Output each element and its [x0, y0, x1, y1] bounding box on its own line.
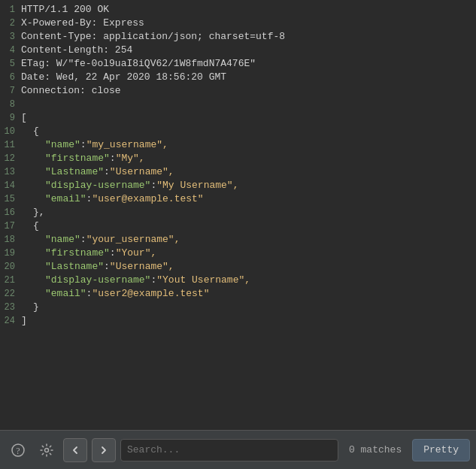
line-row: 17{: [0, 219, 476, 233]
line-number: 10: [0, 126, 21, 137]
line-number: 12: [0, 153, 21, 164]
line-number: 22: [0, 288, 21, 299]
line-number: 13: [0, 166, 21, 177]
line-content: "name":"your_username",: [21, 234, 476, 245]
line-content: HTTP/1.1 200 OK: [21, 4, 476, 15]
line-row: 18"name":"your_username",: [0, 233, 476, 247]
line-content: Connection: close: [21, 85, 476, 96]
line-number: 15: [0, 193, 21, 204]
line-content: ]: [21, 315, 476, 326]
line-content: {: [21, 126, 476, 137]
line-number: 11: [0, 139, 21, 150]
line-row: 6Date: Wed, 22 Apr 2020 18:56:20 GMT: [0, 71, 476, 84]
line-row: 9[: [0, 111, 476, 125]
line-number: 14: [0, 180, 21, 191]
line-content: "name":"my_username",: [21, 139, 476, 150]
bottom-toolbar: ? 0 matches Pretty: [0, 430, 476, 469]
line-content: "display-username":"Yout Username",: [21, 274, 476, 286]
line-content: "firstname":"My",: [21, 153, 476, 164]
line-content: ETag: W/"fe-0ol9uaI8iQV62/1W8fmdN7A476E": [21, 58, 476, 69]
line-row: 19"firstname":"Your",: [0, 247, 476, 260]
line-row: 4Content-Length: 254: [0, 44, 476, 57]
line-number: 8: [0, 98, 21, 110]
line-number: 3: [0, 31, 21, 42]
line-content: "email":"user2@example.test": [21, 288, 476, 299]
line-row: 12"firstname":"My",: [0, 152, 476, 165]
line-number: 7: [0, 85, 21, 96]
matches-label: 0 matches: [343, 444, 408, 455]
line-content: "display-username":"My Username",: [21, 180, 476, 191]
response-body: 1HTTP/1.1 200 OK2X-Powered-By: Express3C…: [0, 0, 476, 430]
line-content: "email":"user@example.test": [21, 193, 476, 204]
line-row: 11"name":"my_username",: [0, 138, 476, 152]
line-number: 1: [0, 4, 21, 15]
line-content: Date: Wed, 22 Apr 2020 18:56:20 GMT: [21, 71, 476, 83]
line-number: 16: [0, 207, 21, 218]
line-content: [21, 98, 476, 110]
line-number: 20: [0, 261, 21, 272]
line-content: "firstname":"Your",: [21, 247, 476, 259]
line-row: 3Content-Type: application/json; charset…: [0, 30, 476, 44]
line-content: {: [21, 220, 476, 231]
line-row: 1HTTP/1.1 200 OK: [0, 3, 476, 17]
svg-point-2: [45, 448, 49, 452]
line-content: [: [21, 112, 476, 123]
line-row: 5ETag: W/"fe-0ol9uaI8iQV62/1W8fmdN7A476E…: [0, 57, 476, 71]
help-button[interactable]: ?: [6, 438, 30, 462]
line-row: 21"display-username":"Yout Username",: [0, 274, 476, 287]
settings-button[interactable]: [35, 438, 59, 462]
line-number: 19: [0, 247, 21, 259]
line-number: 17: [0, 220, 21, 231]
line-row: 23}: [0, 301, 476, 314]
line-content: }: [21, 301, 476, 313]
line-number: 21: [0, 274, 21, 286]
line-number: 18: [0, 234, 21, 245]
line-row: 10{: [0, 125, 476, 138]
forward-button[interactable]: [92, 438, 116, 462]
line-number: 9: [0, 112, 21, 123]
line-row: 13"Lastname":"Username",: [0, 165, 476, 179]
line-row: 16},: [0, 206, 476, 219]
line-number: 24: [0, 315, 21, 326]
line-number: 4: [0, 44, 21, 56]
svg-text:?: ?: [16, 445, 20, 455]
line-content: "Lastname":"Username",: [21, 166, 476, 177]
line-content: "Lastname":"Username",: [21, 261, 476, 272]
line-row: 22"email":"user2@example.test": [0, 287, 476, 301]
line-content: },: [21, 207, 476, 218]
line-content: X-Powered-By: Express: [21, 17, 476, 29]
line-row: 15"email":"user@example.test": [0, 192, 476, 206]
pretty-button[interactable]: Pretty: [412, 439, 470, 461]
line-number: 23: [0, 301, 21, 313]
back-button[interactable]: [63, 438, 87, 462]
line-row: 20"Lastname":"Username",: [0, 260, 476, 274]
line-number: 2: [0, 17, 21, 29]
line-content: Content-Length: 254: [21, 44, 476, 56]
line-number: 6: [0, 71, 21, 83]
line-content: Content-Type: application/json; charset=…: [21, 31, 476, 42]
line-row: 24]: [0, 314, 476, 328]
line-number: 5: [0, 58, 21, 69]
search-input[interactable]: [120, 439, 338, 461]
line-row: 8: [0, 98, 476, 111]
line-row: 14"display-username":"My Username",: [0, 179, 476, 192]
line-row: 2X-Powered-By: Express: [0, 17, 476, 30]
line-row: 7Connection: close: [0, 84, 476, 98]
